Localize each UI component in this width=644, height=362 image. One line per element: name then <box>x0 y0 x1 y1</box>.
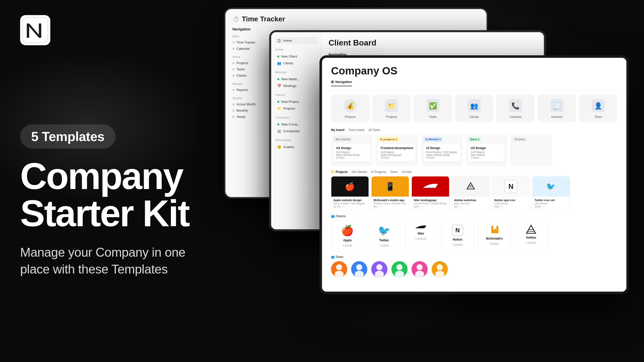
cb-meetings[interactable]: 📅Meetings <box>275 82 317 89</box>
svg-point-30 <box>376 264 382 270</box>
tablet-client-board: 🏠 Home Clients New Client 👥Clients Meeti… <box>269 30 546 231</box>
tt-title: Time Tracker <box>242 15 285 23</box>
cos-gtab-done[interactable]: Done <box>390 170 398 174</box>
tt-item-projects: Projects <box>232 60 479 66</box>
cos-card-projects[interactable]: 📁 Projects <box>372 95 411 122</box>
cb-avatars[interactable]: 😊Avatars <box>275 144 317 150</box>
tt-item-monthly: Monthly <box>232 107 479 114</box>
svg-rect-14 <box>592 99 605 112</box>
cb-main: Client Board Navigation <box>321 32 544 229</box>
svg-rect-8 <box>468 99 481 112</box>
svg-marker-20 <box>527 225 536 233</box>
title-line2: Starter Kit <box>20 193 189 234</box>
svg-point-33 <box>396 264 403 270</box>
svg-text:📁: 📁 <box>387 102 396 110</box>
cb-placeholder-1 <box>329 60 495 62</box>
tt-section-menu: Menu <box>232 35 479 38</box>
cos-col-archive: Archive <box>510 134 552 166</box>
tablet-time-tracker: ⏱️ Time Tracker Navigation Menu Time Tra… <box>224 8 488 199</box>
cos-card-tasks[interactable]: ✅ Tasks <box>414 95 452 122</box>
tablet-company-os: Company OS ⊞ Navigation 💰 Finance <box>319 55 629 294</box>
cos-card-uxdesign2: UX Design Soft Wagner Nike website 3 hou… <box>468 144 505 162</box>
cb-companies[interactable]: 🏢Companies <box>275 128 317 134</box>
tt-section-manage: Manage <box>232 82 479 85</box>
cb-sidebar: 🏠 Home Clients New Client 👥Clients Meeti… <box>271 32 321 229</box>
cos-card-contacts[interactable]: 📞 Contacts <box>496 95 535 122</box>
svg-text:💰: 💰 <box>346 102 354 110</box>
cos-card-frontend: Frontend development Soft Wagner Apple l… <box>378 144 416 162</box>
cb-new-client[interactable]: New Client <box>275 53 317 60</box>
svg-text:👥: 👥 <box>470 102 478 110</box>
svg-point-29 <box>371 261 387 277</box>
cos-tab-navigation[interactable]: ⊞ Navigation <box>331 80 352 86</box>
cos-col-notstarted: Not started UX Design Soft Wagner Apple … <box>331 134 373 166</box>
cb-projects[interactable]: 📁Projects <box>275 105 317 112</box>
svg-point-37 <box>415 271 424 277</box>
bg-glow-2 <box>292 0 594 176</box>
cos-tab-myboard[interactable]: My board <box>331 128 344 132</box>
cos-team-row <box>331 261 617 277</box>
cos-client-apple: 🍎 Apple 1 project <box>331 220 364 251</box>
svg-point-32 <box>391 261 408 277</box>
svg-marker-16 <box>467 183 474 189</box>
svg-text:🐦: 🐦 <box>546 182 556 191</box>
cos-gallery-grid: 🍎 Apple website design Jacob Gordon / So… <box>331 176 617 210</box>
cos-avatar-6 <box>432 261 448 277</box>
cos-icon-row: 💰 Finance 📁 Projects ✅ Tasks <box>322 90 626 126</box>
cos-gtab-inprogress[interactable]: In Progress <box>371 170 386 174</box>
tt-section-works: Works <box>232 55 479 58</box>
cb-clients[interactable]: 👥Clients <box>275 60 317 67</box>
svg-text:👤: 👤 <box>594 102 602 110</box>
cos-client-mcdonalds: McDonald's 1 project <box>478 220 511 251</box>
cos-card-invoices[interactable]: 🧾 Invoices <box>538 95 576 122</box>
cos-nav-tabs: ⊞ Navigation <box>331 80 617 86</box>
cos-avatar-3 <box>371 261 387 277</box>
cos-card-uxdesign1: UX Design Soft Wagner Apple website desi… <box>334 144 370 162</box>
cos-kanban-tabs: My board Team board All Tasks <box>331 128 617 132</box>
tt-nav-label: Navigation <box>232 27 479 31</box>
cos-client-adidas: Adidas 1 project <box>515 220 547 251</box>
tt-item-reports: Reports <box>232 87 479 93</box>
cos-gtab-projects[interactable]: 📁 Projects <box>331 170 348 174</box>
cos-card-clients[interactable]: 👥 Clients <box>455 95 493 122</box>
svg-point-25 <box>335 271 344 277</box>
svg-rect-4 <box>385 99 398 112</box>
cos-client-nike: Nike 2 projects <box>405 220 437 251</box>
left-panel: 5 Templates Company Starter Kit Manage y… <box>20 0 211 362</box>
cos-tab-teamboard[interactable]: Team board <box>348 128 364 132</box>
svg-text:✅: ✅ <box>429 102 437 110</box>
cos-card-team[interactable]: 👤 Team <box>579 95 617 122</box>
cb-placeholder-2 <box>329 64 454 66</box>
subtitle: Manage your Company in one place with th… <box>20 244 196 278</box>
tt-item-calendar: Calendar <box>232 46 479 52</box>
cb-new-company[interactable]: New Comp... <box>275 121 317 128</box>
cos-client-twitter: 🐦 Twitter 1 project <box>368 220 400 251</box>
svg-point-34 <box>395 271 404 277</box>
svg-point-23 <box>331 261 347 277</box>
svg-point-38 <box>432 261 448 277</box>
badge-text: 5 Templates <box>31 129 104 144</box>
cos-gtab-archive[interactable]: Archive <box>401 170 412 174</box>
cos-gallery-item-twitter: 🐦 Twitter icon set Lily Holmes 100% ── <box>532 176 570 210</box>
cos-card-finance[interactable]: 💰 Finance <box>331 95 369 122</box>
tt-item-tasks: Tasks <box>232 66 479 72</box>
cb-home-item[interactable]: 🏠 Home <box>275 37 317 44</box>
cos-team-section: 👥 Team <box>322 253 626 279</box>
cb-nav-label: Navigation <box>329 53 537 57</box>
cos-gallery-item-nike: Nike landingpage Connor Rush / Charlie M… <box>412 176 449 210</box>
tt-item-actual: Actual Month <box>232 101 479 107</box>
cos-gallery-item-apple: 🍎 Apple website design Jacob Gordon / So… <box>331 176 369 210</box>
tt-item-timetracker: Time Tracker <box>232 39 479 46</box>
cb-new-meeting[interactable]: New Meeti... <box>275 76 317 82</box>
cb-new-project[interactable]: New Project <box>275 98 317 105</box>
svg-rect-10 <box>509 99 522 112</box>
cb-placeholder-3 <box>329 68 474 70</box>
cos-tab-alltasks[interactable]: All Tasks <box>369 128 380 132</box>
svg-point-35 <box>412 261 428 277</box>
cos-avatar-2 <box>351 261 367 277</box>
cos-gtab-notstarted[interactable]: Not Started <box>352 170 367 174</box>
cos-team-header: 👥 Team <box>331 255 617 259</box>
svg-text:📞: 📞 <box>511 102 520 110</box>
svg-point-2 <box>344 99 357 112</box>
tt-item-yearly: Yearly <box>232 114 479 120</box>
